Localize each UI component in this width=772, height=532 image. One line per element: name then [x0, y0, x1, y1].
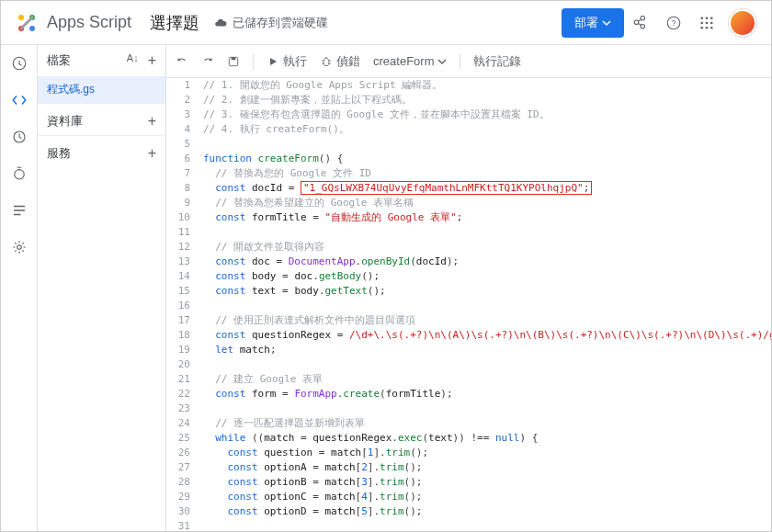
code-line[interactable]: 24 // 逐一匹配選擇題並新增到表單 — [166, 416, 771, 431]
line-number: 26 — [166, 446, 199, 460]
deploy-button[interactable]: 部署 — [562, 8, 624, 38]
rail-overview[interactable] — [8, 52, 30, 74]
svg-point-9 — [700, 21, 703, 24]
line-number: 10 — [166, 210, 199, 225]
add-service-button[interactable]: + — [148, 145, 156, 162]
code-line[interactable]: 4// 4. 執行 createForm()。 — [166, 122, 771, 137]
add-library-button[interactable]: + — [148, 113, 156, 130]
sort-icon[interactable]: A↓ — [127, 52, 139, 69]
code-content: const doc = DocumentApp.openById(docId); — [199, 255, 771, 269]
line-number: 24 — [166, 416, 199, 431]
rail-executions[interactable] — [8, 163, 30, 185]
code-line[interactable]: 19 let match; — [166, 343, 771, 357]
code-line[interactable]: 29 const optionC = match[4].trim(); — [166, 490, 771, 504]
code-line[interactable]: 14 const body = doc.getBody(); — [166, 269, 771, 284]
code-content: // 開啟文件並取得內容 — [199, 240, 771, 255]
code-line[interactable]: 31 — [166, 519, 771, 531]
code-line[interactable]: 28 const optionB = match[3].trim(); — [166, 475, 771, 490]
svg-point-11 — [710, 21, 713, 24]
code-line[interactable]: 7 // 替換為您的 Google 文件 ID — [166, 166, 771, 181]
code-line[interactable]: 17 // 使用正則表達式解析文件中的題目與選項 — [166, 313, 771, 328]
function-selected: createForm — [373, 54, 434, 68]
line-number: 29 — [166, 490, 199, 504]
undo-button[interactable] — [176, 55, 188, 68]
line-number: 16 — [166, 299, 199, 313]
code-line[interactable]: 20 — [166, 357, 771, 372]
code-line[interactable]: 9 // 替換為您希望建立的 Google 表單名稱 — [166, 196, 771, 210]
code-content: // 逐一匹配選擇題並新增到表單 — [199, 416, 771, 431]
code-line[interactable]: 22 const form = FormApp.create(formTitle… — [166, 387, 771, 402]
svg-point-13 — [706, 26, 709, 28]
code-line[interactable]: 12 // 開啟文件並取得內容 — [166, 240, 771, 255]
editor-area: 執行 偵錯 createForm 執行記錄 1// 1. 開啟您的 Google… — [166, 45, 771, 531]
code-content: const optionD = match[5].trim(); — [199, 504, 771, 519]
code-line[interactable]: 30 const optionD = match[5].trim(); — [166, 504, 771, 519]
rail-triggers[interactable] — [8, 126, 30, 148]
project-title[interactable]: 選擇題 — [150, 12, 199, 34]
avatar[interactable] — [729, 9, 756, 37]
left-rail — [1, 45, 38, 531]
svg-point-6 — [700, 17, 703, 19]
save-status: 已儲存到雲端硬碟 — [214, 15, 328, 31]
code-content: const form = FormApp.create(formTitle); — [199, 387, 771, 402]
code-content: // 建立 Google 表單 — [199, 372, 771, 387]
code-content: // 3. 確保您有包含選擇題的 Google 文件，並在腳本中設置其檔案 ID… — [199, 108, 771, 122]
code-content: // 替換為您的 Google 文件 ID — [199, 166, 771, 181]
code-content — [199, 402, 771, 416]
code-line[interactable]: 21 // 建立 Google 表單 — [166, 372, 771, 387]
code-line[interactable]: 23 — [166, 402, 771, 416]
svg-point-3 — [29, 26, 35, 31]
code-content: // 2. 創建一個新專案，並貼上以下程式碼。 — [199, 93, 771, 108]
code-line[interactable]: 6function createForm() { — [166, 152, 771, 166]
code-line[interactable]: 3// 3. 確保您有包含選擇題的 Google 文件，並在腳本中設置其檔案 I… — [166, 108, 771, 122]
code-content: const question = match[1].trim(); — [199, 446, 771, 460]
function-select[interactable]: createForm — [373, 54, 447, 68]
add-file-button[interactable]: + — [148, 52, 156, 69]
code-line[interactable]: 18 const questionRegex = /\d+\.\s(.+?)\n… — [166, 328, 771, 343]
code-line[interactable]: 11 — [166, 225, 771, 240]
code-line[interactable]: 2// 2. 創建一個新專案，並貼上以下程式碼。 — [166, 93, 771, 108]
line-number: 27 — [166, 460, 199, 475]
share-button[interactable] — [624, 6, 657, 40]
execution-log-button[interactable]: 執行記錄 — [473, 53, 521, 70]
apps-menu-button[interactable] — [690, 6, 723, 40]
line-number: 11 — [166, 225, 199, 240]
code-line[interactable]: 13 const doc = DocumentApp.openById(docI… — [166, 255, 771, 269]
debug-button[interactable]: 偵錯 — [320, 53, 360, 70]
code-line[interactable]: 10 const formTitle = "自動生成的 Google 表單"; — [166, 210, 771, 225]
line-number: 13 — [166, 255, 199, 269]
code-line[interactable]: 25 while ((match = questionRegex.exec(te… — [166, 431, 771, 446]
line-number: 20 — [166, 357, 199, 372]
code-editor[interactable]: 1// 1. 開啟您的 Google Apps Script 編輯器。2// 2… — [166, 78, 771, 531]
code-line[interactable]: 5 — [166, 137, 771, 152]
rail-editor[interactable] — [8, 89, 30, 111]
code-line[interactable]: 15 const text = body.getText(); — [166, 284, 771, 299]
svg-point-10 — [706, 21, 709, 24]
files-header-label: 檔案 — [47, 52, 71, 69]
code-content: while ((match = questionRegex.exec(text)… — [199, 431, 771, 446]
code-line[interactable]: 1// 1. 開啟您的 Google Apps Script 編輯器。 — [166, 78, 771, 93]
svg-point-8 — [710, 17, 713, 19]
code-line[interactable]: 26 const question = match[1].trim(); — [166, 446, 771, 460]
code-line[interactable]: 27 const optionA = match[2].trim(); — [166, 460, 771, 475]
line-number: 19 — [166, 343, 199, 357]
line-number: 30 — [166, 504, 199, 519]
line-number: 8 — [166, 181, 199, 196]
line-number: 15 — [166, 284, 199, 299]
code-content: // 使用正則表達式解析文件中的題目與選項 — [199, 313, 771, 328]
help-button[interactable]: ? — [657, 6, 690, 40]
code-content: const body = doc.getBody(); — [199, 269, 771, 284]
code-line[interactable]: 16 — [166, 299, 771, 313]
line-number: 28 — [166, 475, 199, 490]
file-item[interactable]: 程式碼.gs — [38, 76, 165, 103]
libraries-header-label: 資料庫 — [47, 113, 83, 130]
apps-script-logo[interactable]: Apps Script — [16, 12, 131, 34]
redo-button[interactable] — [201, 55, 214, 68]
chevron-down-icon — [437, 57, 447, 66]
code-line[interactable]: 8 const docId = "1_GQsLWXB74UqUvyEfqMamt… — [166, 181, 771, 196]
bug-icon — [320, 55, 333, 68]
save-button[interactable] — [227, 55, 240, 68]
rail-list[interactable] — [8, 199, 30, 221]
rail-settings[interactable] — [8, 236, 30, 258]
run-button[interactable]: 執行 — [267, 53, 307, 70]
